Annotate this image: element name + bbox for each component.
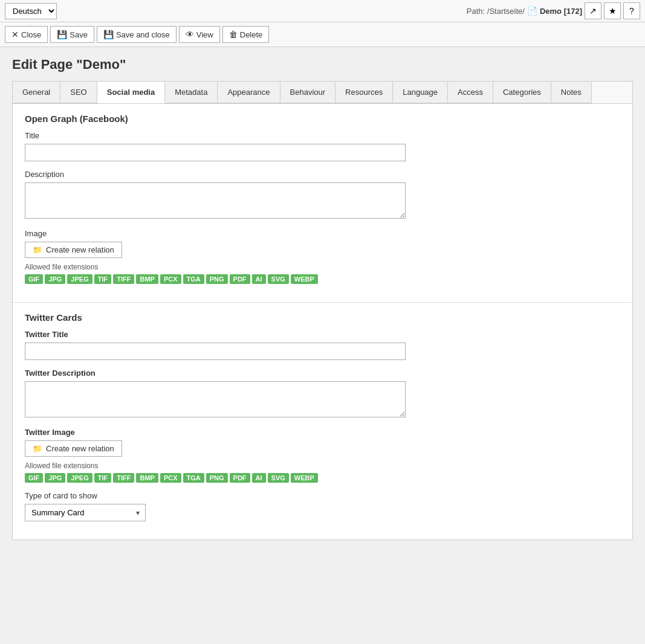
tw-ext-pcx: PCX bbox=[160, 473, 181, 483]
twitter-description-group: Twitter Description bbox=[25, 369, 620, 419]
twitter-create-relation-button[interactable]: 📁 Create new relation bbox=[25, 440, 122, 457]
close-icon: ✕ bbox=[11, 30, 19, 39]
toolbar: ✕ Close 💾 Save 💾 Save and close 👁 View 🗑… bbox=[0, 22, 645, 47]
close-label: Close bbox=[21, 30, 41, 39]
ext-jpeg: JPEG bbox=[67, 274, 92, 284]
ext-ai: AI bbox=[252, 274, 266, 284]
twitter-image-label: Twitter Image bbox=[25, 428, 620, 437]
twitter-title-group: Twitter Title bbox=[25, 330, 620, 360]
external-link-button[interactable]: ↗ bbox=[585, 2, 601, 19]
page-ref: Demo [172] bbox=[540, 7, 582, 16]
og-image-group: Image 📁 Create new relation Allowed file… bbox=[25, 229, 620, 284]
twitter-title-input[interactable] bbox=[25, 343, 406, 360]
tw-ext-pdf: PDF bbox=[230, 473, 250, 483]
delete-icon: 🗑 bbox=[229, 30, 238, 39]
og-create-relation-button[interactable]: 📁 Create new relation bbox=[25, 242, 122, 258]
twitter-extensions-label: Allowed file extensions bbox=[25, 462, 620, 470]
top-bar: Deutsch English Path: /Startseite/ 📄 Dem… bbox=[0, 0, 645, 22]
save-close-button[interactable]: 💾 Save and close bbox=[97, 26, 177, 43]
ext-webp: WEBP bbox=[291, 274, 318, 284]
ext-gif: GIF bbox=[25, 274, 43, 284]
tab-seo[interactable]: SEO bbox=[60, 82, 97, 103]
tw-ext-webp: WEBP bbox=[291, 473, 318, 483]
top-bar-right: Path: /Startseite/ 📄 Demo [172] ↗ ★ ? bbox=[467, 2, 640, 19]
og-title-label: Title bbox=[25, 131, 620, 140]
tw-ext-tif: TIF bbox=[94, 473, 112, 483]
ext-tif: TIF bbox=[94, 274, 112, 284]
tab-categories[interactable]: Categories bbox=[493, 82, 551, 103]
save-icon: 💾 bbox=[57, 30, 67, 39]
ext-tiff: TIFF bbox=[113, 274, 134, 284]
bookmark-button[interactable]: ★ bbox=[604, 2, 621, 19]
tab-language[interactable]: Language bbox=[393, 82, 448, 103]
tab-resources[interactable]: Resources bbox=[335, 82, 393, 103]
view-button[interactable]: 👁 View bbox=[179, 26, 220, 43]
og-ext-tags: GIF JPG JPEG TIF TIFF BMP PCX TGA PNG PD… bbox=[25, 274, 620, 284]
tw-ext-jpg: JPG bbox=[45, 473, 65, 483]
tab-social-media[interactable]: Social media bbox=[97, 82, 165, 103]
tw-ext-tga: TGA bbox=[183, 473, 204, 483]
tw-ext-bmp: BMP bbox=[136, 473, 158, 483]
language-select[interactable]: Deutsch English bbox=[5, 3, 57, 19]
close-button[interactable]: ✕ Close bbox=[5, 26, 48, 43]
view-icon: 👁 bbox=[186, 30, 194, 39]
card-type-select[interactable]: Summary Card Summary Card with Large Ima… bbox=[25, 504, 146, 521]
twitter-cards-section: Twitter Cards Twitter Title Twitter Desc… bbox=[13, 303, 632, 539]
tab-metadata[interactable]: Metadata bbox=[165, 82, 218, 103]
page-content: Edit Page "Demo" General SEO Social medi… bbox=[0, 47, 645, 550]
twitter-title-label: Twitter Title bbox=[25, 330, 620, 339]
tab-access[interactable]: Access bbox=[448, 82, 493, 103]
og-description-label: Description bbox=[25, 170, 620, 179]
tw-ext-ai: AI bbox=[252, 473, 266, 483]
twitter-description-input[interactable] bbox=[25, 381, 406, 417]
tw-ext-gif: GIF bbox=[25, 473, 43, 483]
og-title-input[interactable] bbox=[25, 144, 406, 161]
twitter-ext-tags: GIF JPG JPEG TIF TIFF BMP PCX TGA PNG PD… bbox=[25, 473, 620, 483]
tw-ext-jpeg: JPEG bbox=[67, 473, 92, 483]
ext-pcx: PCX bbox=[160, 274, 181, 284]
tw-ext-png: PNG bbox=[206, 473, 228, 483]
delete-button[interactable]: 🗑 Delete bbox=[222, 26, 270, 43]
twitter-create-relation-label: Create new relation bbox=[46, 444, 114, 453]
tab-content-social-media: Open Graph (Facebook) Title Description … bbox=[12, 103, 633, 540]
open-graph-section: Open Graph (Facebook) Title Description … bbox=[13, 104, 632, 303]
ext-png: PNG bbox=[206, 274, 228, 284]
og-image-label: Image bbox=[25, 229, 620, 238]
card-type-group: Type of card to show Summary Card Summar… bbox=[25, 491, 620, 521]
delete-label: Delete bbox=[240, 30, 263, 39]
tab-notes[interactable]: Notes bbox=[551, 82, 592, 103]
og-create-relation-label: Create new relation bbox=[46, 245, 114, 254]
tabs: General SEO Social media Metadata Appear… bbox=[12, 81, 633, 103]
page-icon: 📄 bbox=[527, 6, 537, 16]
tw-ext-svg: SVG bbox=[268, 473, 289, 483]
card-type-label: Type of card to show bbox=[25, 491, 620, 500]
folder-icon: 📁 bbox=[33, 245, 42, 254]
ext-bmp: BMP bbox=[136, 274, 158, 284]
ext-jpg: JPG bbox=[45, 274, 65, 284]
ext-svg: SVG bbox=[268, 274, 289, 284]
card-type-select-wrapper: Summary Card Summary Card with Large Ima… bbox=[25, 504, 146, 521]
folder-icon-twitter: 📁 bbox=[33, 444, 42, 453]
save-close-label: Save and close bbox=[116, 30, 170, 39]
view-label: View bbox=[196, 30, 213, 39]
save-button[interactable]: 💾 Save bbox=[50, 26, 94, 43]
page-title: Edit Page "Demo" bbox=[12, 57, 633, 72]
twitter-image-group: Twitter Image 📁 Create new relation Allo… bbox=[25, 428, 620, 483]
og-extensions-label: Allowed file extensions bbox=[25, 263, 620, 271]
help-button[interactable]: ? bbox=[623, 2, 640, 19]
twitter-description-label: Twitter Description bbox=[25, 369, 620, 378]
twitter-cards-title: Twitter Cards bbox=[25, 312, 620, 323]
og-title-group: Title bbox=[25, 131, 620, 161]
tab-behaviour[interactable]: Behaviour bbox=[280, 82, 336, 103]
ext-pdf: PDF bbox=[230, 274, 250, 284]
tab-general[interactable]: General bbox=[13, 82, 60, 103]
tab-appearance[interactable]: Appearance bbox=[218, 82, 280, 103]
top-bar-left: Deutsch English bbox=[5, 3, 57, 19]
path-label: Path: /Startseite/ bbox=[467, 7, 525, 16]
save-label: Save bbox=[70, 30, 88, 39]
open-graph-title: Open Graph (Facebook) bbox=[25, 114, 620, 124]
save-close-icon: 💾 bbox=[103, 30, 114, 39]
ext-tga: TGA bbox=[183, 274, 204, 284]
tw-ext-tiff: TIFF bbox=[113, 473, 134, 483]
og-description-input[interactable] bbox=[25, 182, 406, 219]
